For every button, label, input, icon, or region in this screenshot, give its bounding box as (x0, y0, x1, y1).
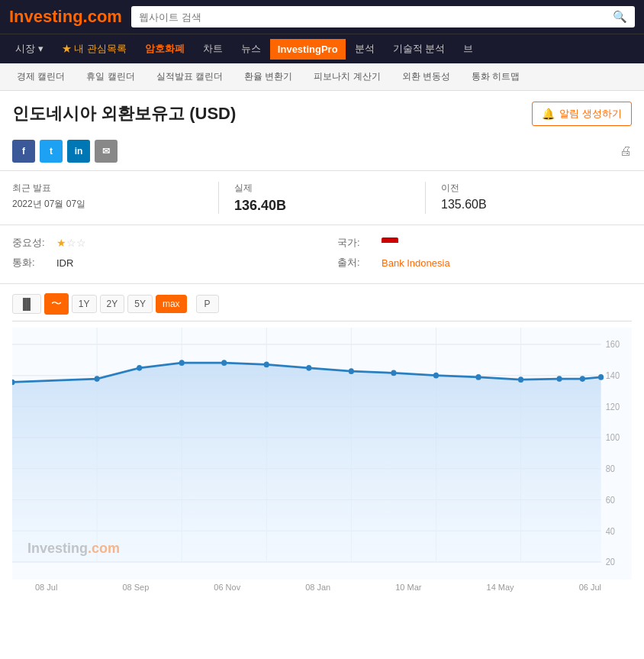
x-label-6: 06 Jul (579, 583, 601, 592)
chart-area: 160 140 120 100 80 60 40 20 Investing.co… (12, 328, 632, 580)
facebook-button[interactable]: f (12, 140, 35, 163)
previous-value: 135.60B (441, 198, 632, 212)
watermark-text: Investing.com (27, 541, 120, 557)
importance-label: 중요성: (12, 236, 50, 250)
importance-row: 중요성: ★☆☆ (12, 236, 307, 250)
nav-pro[interactable]: InvestingPro (270, 39, 346, 60)
nav-more[interactable]: 브 (454, 34, 482, 63)
country-row: 국가: (337, 236, 632, 250)
y-label-140: 140 (606, 370, 620, 381)
page-title-bar: 인도네시아 외환보유고 (USD) 🔔 알림 생성하기 (0, 91, 644, 132)
y-label-60: 60 (606, 494, 615, 505)
email-button[interactable]: ✉ (95, 140, 118, 163)
period-max[interactable]: max (156, 295, 187, 313)
source-row: 출처: Bank Indonesia (337, 256, 632, 270)
sub-nav-currency[interactable]: 환율 변환기 (233, 63, 303, 90)
chart-dot (137, 365, 142, 371)
chart-dot (221, 360, 227, 366)
meta-left: 중요성: ★☆☆ 통화: IDR (12, 236, 307, 276)
period-2y[interactable]: 2Y (100, 295, 125, 313)
period-5y[interactable]: 5Y (127, 295, 153, 313)
previous-col: 이전 135.60B (425, 182, 632, 214)
chart-dot (306, 365, 311, 371)
chart-dot (391, 370, 396, 376)
nav-market[interactable]: 시장 ▾ (6, 34, 53, 63)
period-1y[interactable]: 1Y (72, 295, 97, 313)
x-label-1: 08 Sep (122, 583, 149, 592)
social-bar: f t in ✉ 🖨 (0, 132, 644, 171)
nav-watchlist[interactable]: ★ 내 관심목록 (53, 34, 136, 63)
print-button[interactable]: 🖨 (620, 144, 632, 158)
currency-label: 통화: (12, 256, 50, 270)
chart-section: ▐▌ 〜 1Y 2Y 5Y max P (0, 284, 644, 601)
data-section: 최근 발표 2022년 07월 07일 실제 136.40B 이전 135.60… (0, 171, 644, 225)
chart-dot (95, 376, 100, 382)
previous-label: 이전 (441, 182, 632, 195)
chart-dot (433, 373, 439, 379)
country-label: 국가: (337, 236, 375, 250)
nav-chart[interactable]: 차트 (194, 34, 232, 63)
search-input[interactable] (139, 11, 607, 23)
source-link[interactable]: Bank Indonesia (382, 257, 450, 269)
actual-value: 136.40B (234, 198, 425, 214)
x-label-0: 08 Jul (35, 583, 57, 592)
currency-row: 통화: IDR (12, 256, 307, 270)
country-flag (382, 237, 398, 248)
search-bar[interactable]: 🔍 (131, 6, 635, 27)
nav-crypto[interactable]: 암호화폐 (136, 34, 194, 63)
chart-dot (598, 374, 604, 380)
chart-dot (264, 362, 269, 368)
logo: Investing.com (9, 7, 122, 27)
chart-dot (179, 360, 185, 366)
latest-col: 최근 발표 2022년 07월 07일 (12, 182, 218, 214)
currency-value: IDR (56, 257, 73, 269)
x-axis: 08 Jul 08 Sep 06 Nov 08 Jan 10 Mar 14 Ma… (12, 580, 632, 592)
latest-date: 2022년 07월 07일 (12, 198, 203, 211)
search-icon: 🔍 (613, 10, 627, 24)
linkedin-button[interactable]: in (67, 140, 90, 163)
nav-bar: 시장 ▾ ★ 내 관심목록 암호화폐 차트 뉴스 InvestingPro 분석… (0, 34, 644, 63)
chart-dot (349, 368, 354, 374)
actual-col: 실제 136.40B (218, 182, 425, 214)
source-label: 출처: (337, 256, 375, 270)
sub-nav-holiday[interactable]: 휴일 캘린더 (76, 63, 145, 90)
alert-button[interactable]: 🔔 알림 생성하기 (532, 102, 632, 126)
nav-news[interactable]: 뉴스 (232, 34, 270, 63)
y-label-40: 40 (606, 525, 615, 536)
sub-nav-fibonacci[interactable]: 피보나치 계산기 (303, 63, 391, 90)
header: Investing.com 🔍 (0, 0, 644, 34)
y-label-120: 120 (606, 401, 620, 412)
sub-nav-economic[interactable]: 경제 캘린더 (6, 63, 76, 90)
nav-technical[interactable]: 기술적 분석 (384, 34, 455, 63)
nav-analysis[interactable]: 분석 (346, 34, 384, 63)
y-label-20: 20 (606, 557, 615, 567)
chart-dot (580, 376, 585, 382)
sub-nav: 경제 캘린더 휴일 캘린더 실적발표 캘린더 환율 변환기 피보나치 계산기 외… (0, 63, 644, 91)
latest-label: 최근 발표 (12, 182, 203, 195)
p-button[interactable]: P (196, 295, 219, 313)
x-label-2: 06 Nov (214, 583, 240, 592)
watermark: Investing.com (27, 541, 120, 557)
page-title: 인도네시아 외환보유고 (USD) (12, 102, 236, 125)
x-label-3: 08 Jan (305, 583, 330, 592)
chart-dot (475, 374, 481, 380)
chart-dot (557, 376, 562, 382)
chart-dot (518, 376, 523, 383)
bell-icon: 🔔 (542, 108, 555, 120)
y-label-100: 100 (606, 432, 620, 443)
x-label-4: 10 Mar (395, 583, 421, 592)
chart-controls: ▐▌ 〜 1Y 2Y 5Y max P (12, 293, 632, 321)
line-chart-button[interactable]: 〜 (44, 293, 69, 315)
meta-section: 중요성: ★☆☆ 통화: IDR 국가: 출처: Bank Indonesia (0, 225, 644, 284)
chart-area-fill (12, 363, 601, 563)
twitter-button[interactable]: t (40, 140, 63, 163)
actual-label: 실제 (234, 182, 425, 195)
bar-chart-button[interactable]: ▐▌ (12, 294, 41, 314)
x-label-5: 14 May (487, 583, 514, 592)
sub-nav-volatility[interactable]: 외환 변동성 (391, 63, 461, 90)
sub-nav-earnings[interactable]: 실적발표 캘린더 (146, 63, 233, 90)
meta-right: 국가: 출처: Bank Indonesia (337, 236, 632, 276)
y-label-160: 160 (606, 339, 620, 350)
sub-nav-heatmap[interactable]: 통화 히트맵 (461, 63, 530, 90)
y-label-80: 80 (606, 464, 615, 474)
